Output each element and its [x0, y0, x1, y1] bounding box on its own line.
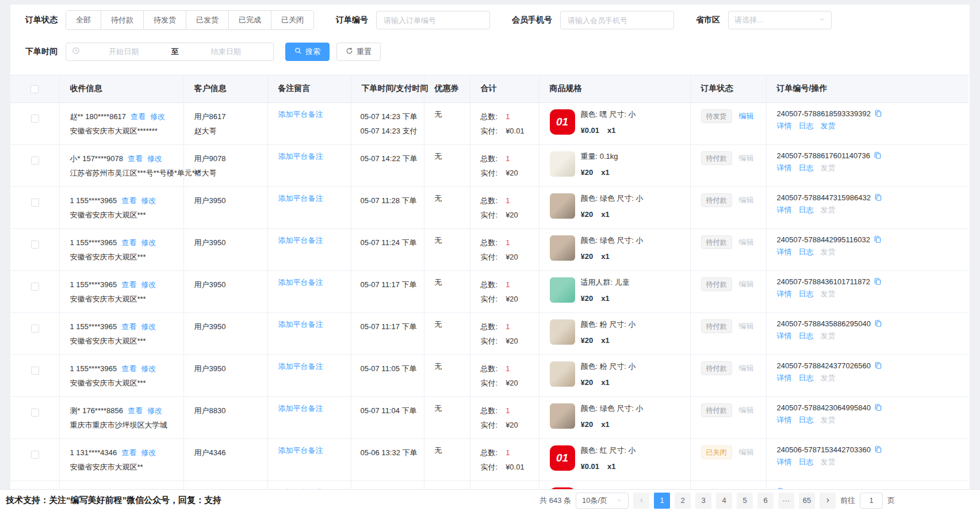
row-checkbox[interactable]: [31, 451, 39, 459]
page-button[interactable]: 3: [695, 493, 711, 509]
edit-status-link[interactable]: 编辑: [739, 364, 754, 372]
row-checkbox[interactable]: [31, 157, 39, 165]
modify-address-link[interactable]: 修改: [147, 406, 162, 415]
view-address-link[interactable]: 查看: [121, 322, 136, 331]
region-select[interactable]: 请选择...: [728, 11, 832, 29]
row-checkbox[interactable]: [31, 283, 39, 291]
view-address-link[interactable]: 查看: [121, 448, 136, 457]
order-ship-link[interactable]: 发货: [821, 331, 836, 341]
edit-status-link[interactable]: 编辑: [739, 238, 754, 246]
row-checkbox[interactable]: [31, 199, 39, 207]
order-log-link[interactable]: 日志: [799, 247, 814, 257]
order-ship-link[interactable]: 发货: [821, 205, 836, 215]
modify-address-link[interactable]: 修改: [141, 238, 156, 247]
copy-icon[interactable]: [874, 403, 882, 411]
modify-address-link[interactable]: 修改: [141, 280, 156, 289]
add-remark-link[interactable]: 添加平台备注: [278, 152, 323, 161]
view-address-link[interactable]: 查看: [121, 364, 136, 373]
order-log-link[interactable]: 日志: [799, 163, 814, 173]
edit-status-link[interactable]: 编辑: [739, 154, 754, 162]
order-detail-link[interactable]: 详情: [777, 415, 792, 425]
order-ship-link[interactable]: 发货: [821, 247, 836, 257]
order-log-link[interactable]: 日志: [799, 205, 814, 215]
view-address-link[interactable]: 查看: [121, 280, 136, 289]
add-remark-link[interactable]: 添加平台备注: [278, 446, 323, 455]
page-size-select[interactable]: 10条/页: [576, 493, 629, 509]
order-detail-link[interactable]: 详情: [777, 163, 792, 173]
page-button[interactable]: 65: [799, 493, 815, 509]
modify-address-link[interactable]: 修改: [147, 154, 162, 163]
add-remark-link[interactable]: 添加平台备注: [278, 404, 323, 413]
order-log-link[interactable]: 日志: [799, 457, 814, 467]
order-ship-link[interactable]: 发货: [821, 121, 836, 131]
order-log-link[interactable]: 日志: [799, 415, 814, 425]
edit-status-link[interactable]: 编辑: [739, 448, 754, 456]
view-address-link[interactable]: 查看: [128, 154, 143, 163]
status-filter-option[interactable]: 待付款: [101, 11, 143, 29]
order-ship-link[interactable]: 发货: [821, 373, 836, 383]
row-checkbox[interactable]: [31, 241, 39, 249]
order-time-range-picker[interactable]: 开始日期 至 结束日期: [66, 43, 274, 61]
copy-icon[interactable]: [874, 277, 882, 285]
modify-address-link[interactable]: 修改: [141, 448, 156, 457]
edit-status-link[interactable]: 编辑: [739, 322, 754, 330]
order-no-input[interactable]: [376, 11, 490, 29]
page-button[interactable]: 1: [654, 493, 670, 509]
edit-status-link[interactable]: 编辑: [739, 112, 754, 120]
copy-icon[interactable]: [874, 445, 882, 453]
status-filter-option[interactable]: 待发货: [143, 11, 186, 29]
select-all-checkbox[interactable]: [30, 85, 39, 93]
order-detail-link[interactable]: 详情: [777, 121, 792, 131]
add-remark-link[interactable]: 添加平台备注: [278, 194, 323, 203]
order-log-link[interactable]: 日志: [799, 331, 814, 341]
more-pages-button[interactable]: ···: [778, 493, 794, 509]
edit-status-link[interactable]: 编辑: [739, 196, 754, 204]
row-checkbox[interactable]: [31, 409, 39, 417]
order-detail-link[interactable]: 详情: [777, 289, 792, 299]
order-detail-link[interactable]: 详情: [777, 331, 792, 341]
order-ship-link[interactable]: 发货: [821, 415, 836, 425]
goto-page-input[interactable]: [860, 493, 883, 509]
row-checkbox[interactable]: [31, 367, 39, 375]
search-button[interactable]: 搜索: [285, 43, 330, 61]
status-filter-option[interactable]: 全部: [66, 11, 101, 29]
view-address-link[interactable]: 查看: [121, 196, 136, 205]
order-ship-link[interactable]: 发货: [821, 289, 836, 299]
order-ship-link[interactable]: 发货: [821, 457, 836, 467]
order-log-link[interactable]: 日志: [799, 373, 814, 383]
member-phone-input[interactable]: [560, 11, 674, 29]
add-remark-link[interactable]: 添加平台备注: [278, 110, 323, 119]
status-filter-option[interactable]: 已关闭: [271, 11, 313, 29]
order-detail-link[interactable]: 详情: [777, 247, 792, 257]
add-remark-link[interactable]: 添加平台备注: [278, 320, 323, 329]
order-log-link[interactable]: 日志: [799, 289, 814, 299]
prev-page-button[interactable]: [633, 493, 649, 509]
copy-icon[interactable]: [874, 361, 882, 369]
modify-address-link[interactable]: 修改: [141, 364, 156, 373]
view-address-link[interactable]: 查看: [131, 112, 146, 121]
order-detail-link[interactable]: 详情: [777, 457, 792, 467]
reset-button[interactable]: 重置: [336, 43, 381, 61]
order-log-link[interactable]: 日志: [799, 121, 814, 131]
view-address-link[interactable]: 查看: [121, 238, 136, 247]
next-page-button[interactable]: [820, 493, 836, 509]
modify-address-link[interactable]: 修改: [150, 112, 165, 121]
row-checkbox[interactable]: [31, 115, 39, 123]
add-remark-link[interactable]: 添加平台备注: [278, 236, 323, 245]
row-checkbox[interactable]: [31, 325, 39, 333]
copy-icon[interactable]: [874, 235, 882, 243]
status-filter-option[interactable]: 已完成: [228, 11, 271, 29]
add-remark-link[interactable]: 添加平台备注: [278, 362, 323, 371]
page-button[interactable]: 6: [757, 493, 774, 509]
copy-icon[interactable]: [874, 319, 882, 327]
view-address-link[interactable]: 查看: [128, 406, 143, 415]
order-ship-link[interactable]: 发货: [821, 163, 836, 173]
order-detail-link[interactable]: 详情: [777, 373, 792, 383]
status-filter-option[interactable]: 已发货: [186, 11, 228, 29]
page-button[interactable]: 2: [675, 493, 691, 509]
modify-address-link[interactable]: 修改: [141, 196, 156, 205]
edit-status-link[interactable]: 编辑: [739, 406, 754, 414]
edit-status-link[interactable]: 编辑: [739, 280, 754, 288]
order-detail-link[interactable]: 详情: [777, 205, 792, 215]
copy-icon[interactable]: [874, 193, 882, 201]
